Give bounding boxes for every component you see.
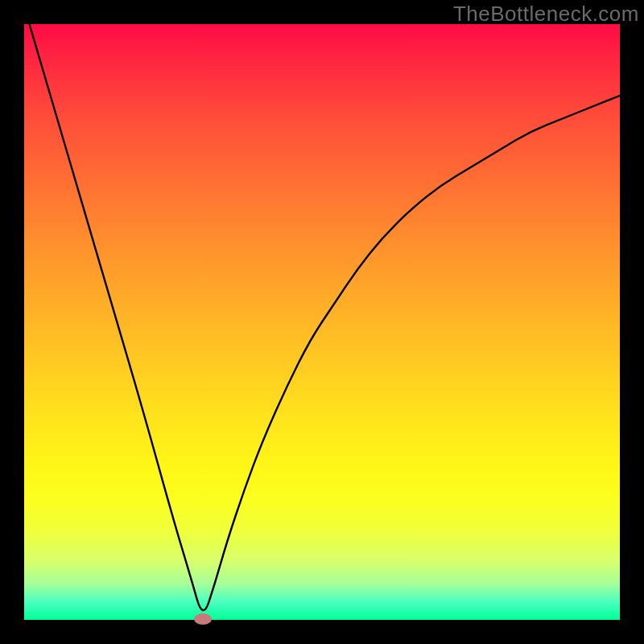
curve-svg <box>24 24 620 620</box>
optimum-marker <box>194 613 212 625</box>
plot-area <box>24 24 620 620</box>
chart-frame: TheBottleneck.com <box>0 0 644 644</box>
bottleneck-curve <box>24 6 620 610</box>
watermark-text: TheBottleneck.com <box>453 2 639 27</box>
